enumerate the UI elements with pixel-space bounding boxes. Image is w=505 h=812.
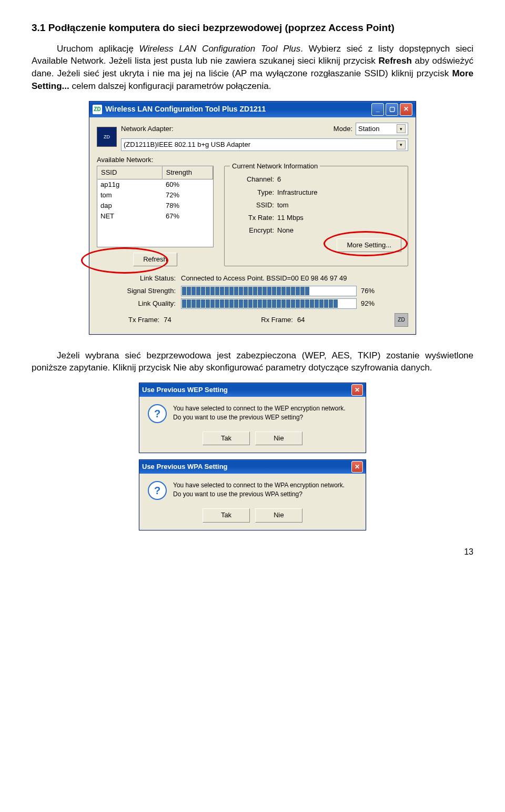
available-network-table[interactable]: SSID Strength ap11g 60% tom 72% dap 78% xyxy=(97,166,214,247)
p1-a: Uruchom aplikację xyxy=(57,44,139,54)
cell-ssid: NET xyxy=(97,211,163,222)
wpa-dialog: Use Previous WPA Setting ✕ ? You have se… xyxy=(139,459,366,530)
link-status-k: Link Status: xyxy=(97,274,176,283)
yes-button[interactable]: Tak xyxy=(203,508,250,522)
p1-d: Refresh xyxy=(378,56,411,66)
table-row[interactable]: tom 72% xyxy=(97,190,213,201)
signal-pct: 76% xyxy=(361,286,375,296)
wep-dialog-title: Use Previous WEP Setting xyxy=(142,385,228,395)
adapter-select[interactable]: (ZD1211B)IEEE 802.11 b+g USB Adapter ▾ xyxy=(121,138,408,151)
th-ssid: SSID xyxy=(97,166,163,179)
wpa-msg-1: You have selected to connect to the WPA … xyxy=(173,481,345,490)
rx-frame-v: 64 xyxy=(297,315,305,325)
annotation-circle-more xyxy=(324,231,408,256)
paragraph-2: Jeżeli wybrana sieć bezprzewodowa jest z… xyxy=(32,349,473,375)
app-icon: ZD xyxy=(93,105,102,114)
wlan-tool-window: ZD Wireless LAN Configuration Tool Plus … xyxy=(89,101,416,335)
mode-label: Mode: xyxy=(334,124,352,134)
window-title: Wireless LAN Configuration Tool Plus ZD1… xyxy=(105,104,266,115)
chevron-down-icon: ▾ xyxy=(397,141,406,149)
mode-value: Station xyxy=(358,124,379,134)
mode-select[interactable]: Station ▾ xyxy=(356,123,408,135)
tx-frame-k: Tx Frame: xyxy=(128,315,159,325)
info-ssid-k: SSID: xyxy=(231,201,274,210)
signal-progress xyxy=(181,286,357,296)
info-channel-v: 6 xyxy=(277,175,281,184)
close-button[interactable]: ✕ xyxy=(351,461,363,473)
section-heading: 3.1 Podłączenie komputera do sieci bezpr… xyxy=(32,21,473,35)
annotation-circle-refresh xyxy=(81,247,168,274)
info-channel-k: Channel: xyxy=(231,175,274,184)
question-icon: ? xyxy=(148,404,167,423)
wpa-msg-2: Do you want to use the previous WPA sett… xyxy=(173,490,345,499)
info-txrate-k: Tx Rate: xyxy=(231,213,274,223)
no-button[interactable]: Nie xyxy=(255,508,302,522)
rx-frame-k: Rx Frame: xyxy=(261,315,293,325)
cell-strength: 72% xyxy=(163,190,213,201)
maximize-button[interactable]: ▢ xyxy=(386,103,398,116)
page-number: 13 xyxy=(32,546,473,558)
adapter-icon: ZD xyxy=(97,127,117,147)
titlebar: ZD Wireless LAN Configuration Tool Plus … xyxy=(89,102,416,117)
info-type-k: Type: xyxy=(231,188,274,197)
signal-strength-k: Signal Strength: xyxy=(97,286,176,296)
info-encrypt-k: Encrypt: xyxy=(231,226,274,235)
info-ssid-v: tom xyxy=(277,201,289,210)
current-network-info-group: Current Network Information Channel:6 Ty… xyxy=(224,166,408,266)
minimize-button[interactable]: _ xyxy=(371,103,384,116)
tx-frame-v: 74 xyxy=(164,315,171,325)
adapter-label: Network Adapter: xyxy=(121,124,174,134)
info-encrypt-v: None xyxy=(277,226,294,235)
no-button[interactable]: Nie xyxy=(255,432,302,445)
quality-progress xyxy=(181,298,357,309)
p1-g: celem dalszej konfiguracji parametrów po… xyxy=(69,81,271,91)
cell-ssid: dap xyxy=(97,201,163,211)
wep-msg-2: Do you want to use the previous WEP sett… xyxy=(173,413,346,422)
close-button[interactable]: ✕ xyxy=(351,384,363,396)
titlebar: Use Previous WEP Setting ✕ xyxy=(139,383,366,397)
yes-button[interactable]: Tak xyxy=(203,432,250,445)
info-txrate-v: 11 Mbps xyxy=(277,213,304,223)
question-icon: ? xyxy=(148,481,167,500)
cell-strength: 78% xyxy=(163,201,213,211)
cell-strength: 60% xyxy=(163,179,213,190)
adapter-value: (ZD1211B)IEEE 802.11 b+g USB Adapter xyxy=(124,140,250,149)
table-row[interactable]: NET 67% xyxy=(97,211,213,222)
cell-strength: 67% xyxy=(163,211,213,222)
table-row[interactable]: dap 78% xyxy=(97,201,213,211)
link-status-v: Connected to Access Point. BSSID=00 E0 9… xyxy=(181,274,408,283)
titlebar: Use Previous WPA Setting ✕ xyxy=(139,460,366,474)
paragraph-1: Uruchom aplikację Wireless LAN Configura… xyxy=(32,43,473,93)
groupbox-legend: Current Network Information xyxy=(230,162,320,171)
zd-icon: ZD xyxy=(395,313,408,327)
cell-ssid: ap11g xyxy=(97,179,163,190)
info-type-v: Infrastructure xyxy=(277,188,318,197)
link-quality-k: Link Quality: xyxy=(97,299,176,308)
wpa-dialog-title: Use Previous WPA Setting xyxy=(142,462,228,472)
wep-msg-1: You have selected to connect to the WEP … xyxy=(173,404,346,413)
wep-dialog: Use Previous WEP Setting ✕ ? You have se… xyxy=(139,383,366,453)
th-strength: Strength xyxy=(163,166,213,179)
quality-pct: 92% xyxy=(361,299,375,308)
cell-ssid: tom xyxy=(97,190,163,201)
table-header: SSID Strength xyxy=(97,166,213,179)
close-button[interactable]: ✕ xyxy=(400,103,412,116)
chevron-down-icon: ▾ xyxy=(397,124,406,133)
table-row[interactable]: ap11g 60% xyxy=(97,179,213,190)
p1-b: Wireless LAN Configuration Tool Plus xyxy=(139,44,301,54)
